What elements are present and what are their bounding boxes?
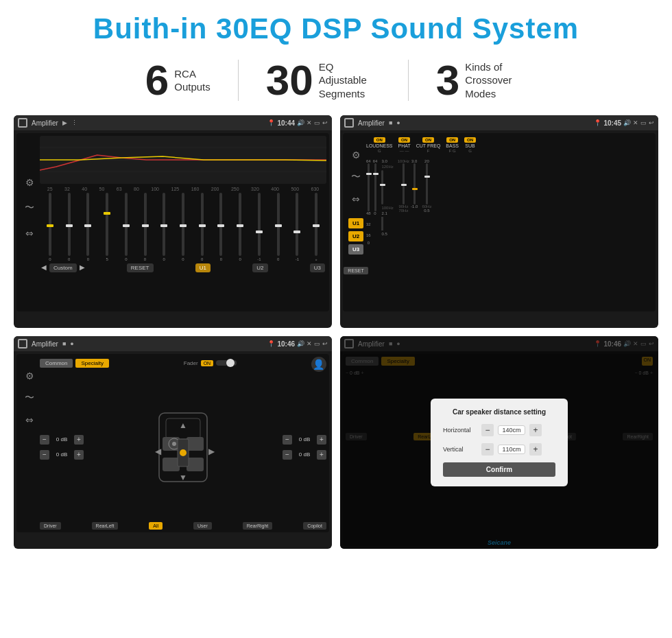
- sp-rearright-btn[interactable]: RearRight: [243, 522, 273, 530]
- eq-u1-btn[interactable]: U1: [195, 263, 211, 272]
- eq-slider-13[interactable]: -1: [289, 193, 307, 261]
- sp-tab-common[interactable]: Common: [40, 359, 73, 368]
- eq-slider-12[interactable]: 0: [269, 193, 287, 261]
- svg-point-10: [172, 442, 176, 446]
- sp-wave-icon[interactable]: 〜: [25, 392, 34, 404]
- cross-close-icon[interactable]: ✕: [633, 119, 638, 126]
- eq-wave-icon[interactable]: 〜: [25, 202, 34, 214]
- eq-reset-btn[interactable]: RESET: [127, 263, 154, 272]
- b-track-2[interactable]: [413, 163, 416, 204]
- eq-slider-6[interactable]: 0: [155, 193, 173, 261]
- distance-screen: Amplifier ■ ● 📍 10:46 🔊 ✕ ▭ ↩ Common Spe…: [340, 336, 658, 549]
- eq-slider-14[interactable]: »: [307, 193, 325, 261]
- eq-arrows-icon[interactable]: ⇔: [25, 228, 34, 239]
- sub-on[interactable]: ON: [464, 137, 476, 143]
- eq-slider-1[interactable]: 0: [60, 193, 78, 261]
- sp-home-icon[interactable]: [18, 339, 27, 348]
- cross-home-icon[interactable]: [344, 118, 354, 128]
- dialog-horizontal-minus[interactable]: −: [481, 424, 494, 436]
- cross-reset-btn[interactable]: RESET: [344, 267, 368, 274]
- b-slider-2: 3.0 -1.0: [411, 159, 418, 309]
- sp-vol-tr-plus[interactable]: +: [317, 435, 326, 445]
- eq-bottom-bar: ◀ Custom ▶ RESET U1 U2 U3: [40, 261, 326, 272]
- sp-settings-icon[interactable]: ⚙: [25, 370, 34, 381]
- sp-vol-br-minus[interactable]: −: [283, 450, 292, 460]
- dialog-vertical-plus[interactable]: +: [529, 443, 542, 456]
- loudness-on[interactable]: ON: [374, 137, 385, 143]
- eq-close-icon[interactable]: ✕: [307, 119, 312, 126]
- sp-vol-bl-plus[interactable]: +: [74, 450, 84, 460]
- sp-vol-tr-minus[interactable]: −: [283, 435, 292, 445]
- sub-track[interactable]: [426, 163, 428, 204]
- home-icon[interactable]: [18, 118, 27, 128]
- eq-window-icon[interactable]: ▭: [314, 119, 320, 126]
- sp-user-btn[interactable]: User: [193, 522, 212, 530]
- cf-track[interactable]: [381, 170, 383, 204]
- phat-on[interactable]: ON: [398, 137, 410, 143]
- loudness-group: ON LOUDNESS G: [366, 137, 393, 153]
- eq-slider-3[interactable]: 5: [98, 193, 116, 261]
- sp-tabs: Common Specialty: [40, 359, 109, 368]
- svg-point-12: [180, 449, 187, 456]
- sp-arrows-icon[interactable]: ⇔: [25, 414, 34, 425]
- dialog-vertical-minus[interactable]: −: [481, 443, 494, 456]
- eq-slider-10[interactable]: 0: [231, 193, 249, 261]
- eq-slider-11[interactable]: -1: [250, 193, 268, 261]
- sp-rearleft-btn[interactable]: RearLeft: [92, 522, 119, 530]
- svg-text:◀: ◀: [155, 447, 162, 456]
- cross-time: 10:45: [603, 119, 621, 127]
- svg-rect-8: [187, 458, 204, 471]
- dialog-horizontal-plus[interactable]: +: [529, 424, 542, 436]
- sp-driver-btn[interactable]: Driver: [40, 522, 61, 530]
- eq-settings-icon[interactable]: ⚙: [25, 177, 34, 188]
- sp-vol-tl-plus[interactable]: +: [74, 435, 84, 445]
- b-slider-1: 100Hz 90Hz 70Hz: [398, 159, 409, 309]
- b-track-1[interactable]: [403, 163, 405, 204]
- cross-u3-btn[interactable]: U3: [348, 244, 363, 255]
- eq-next-arrow[interactable]: ▶: [80, 263, 85, 272]
- l-track-2[interactable]: [374, 163, 376, 211]
- cross-window-icon[interactable]: ▭: [640, 119, 647, 126]
- eq-u3-btn[interactable]: U3: [310, 263, 325, 272]
- sp-window-icon[interactable]: ▭: [314, 340, 320, 347]
- sp-vol-tl-minus[interactable]: −: [40, 435, 49, 445]
- bass-sliders: 100Hz 90Hz 70Hz 3.0: [398, 159, 418, 309]
- fader-toggle[interactable]: ON: [201, 360, 214, 366]
- eq-back-icon[interactable]: ↩: [322, 119, 328, 126]
- eq-slider-4[interactable]: 0: [117, 193, 135, 261]
- cross-back-icon[interactable]: ↩: [649, 119, 654, 126]
- cross-wave-icon[interactable]: 〜: [351, 171, 361, 183]
- eq-prev-arrow[interactable]: ◀: [41, 263, 47, 272]
- sp-vol-br-val: 0 dB: [294, 451, 315, 458]
- eq-slider-8[interactable]: 0: [193, 193, 211, 261]
- svg-text:▶: ▶: [208, 447, 215, 456]
- sp-close-icon[interactable]: ✕: [307, 340, 312, 347]
- l-track-1[interactable]: [368, 163, 370, 211]
- stat-eq-number: 30: [266, 59, 313, 102]
- sp-back-icon[interactable]: ↩: [322, 340, 328, 347]
- sp-vol-br-plus[interactable]: +: [317, 450, 326, 460]
- eq-slider-9[interactable]: 0: [213, 193, 230, 261]
- confirm-button[interactable]: Confirm: [443, 462, 555, 477]
- fader-slider[interactable]: [216, 360, 237, 366]
- eq-u2-btn[interactable]: U2: [252, 263, 267, 272]
- sp-copilot-btn[interactable]: Copilot: [303, 522, 326, 530]
- sp-status-icons: 📍 10:46 🔊 ✕ ▭ ↩: [267, 340, 328, 348]
- sp-vol-bl-minus[interactable]: −: [40, 450, 49, 460]
- eq-slider-2[interactable]: 0: [79, 193, 97, 261]
- cross-main-container: ⚙ 〜 ⇔ U1 U2 U3 RESET ON LOUDNES: [343, 133, 656, 311]
- eq-custom-btn[interactable]: Custom: [49, 263, 77, 272]
- cross-settings-icon[interactable]: ⚙: [352, 150, 361, 161]
- sp-profile-icon[interactable]: 👤: [311, 357, 326, 372]
- cross-u1-btn[interactable]: U1: [348, 218, 363, 228]
- cross-u2-btn[interactable]: U2: [348, 231, 363, 241]
- cross-arrows-icon[interactable]: ⇔: [352, 193, 360, 204]
- bass-on[interactable]: ON: [446, 137, 458, 143]
- eq-slider-0[interactable]: 0: [41, 193, 59, 261]
- cutfreq-on[interactable]: ON: [422, 137, 434, 143]
- eq-slider-5[interactable]: 0: [136, 193, 154, 261]
- svg-text:▼: ▼: [179, 473, 187, 482]
- sp-all-btn[interactable]: All: [149, 522, 163, 530]
- sp-tab-specialty[interactable]: Specialty: [75, 359, 108, 368]
- eq-slider-7[interactable]: 0: [174, 193, 192, 261]
